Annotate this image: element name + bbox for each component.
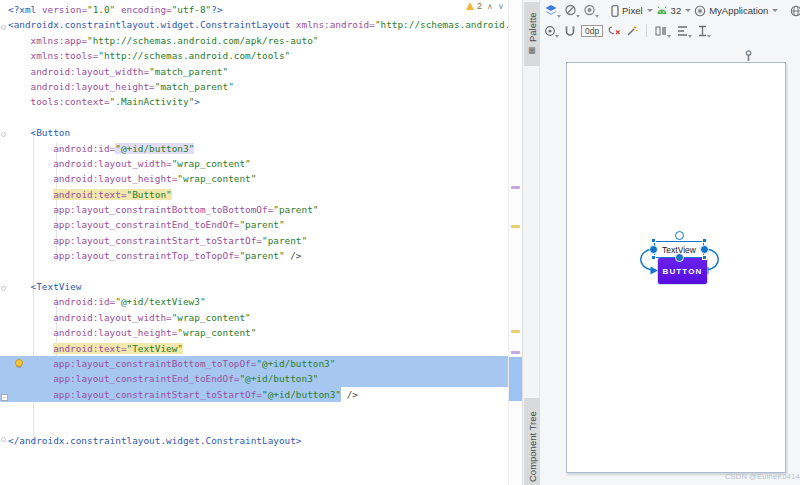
chevron-down-icon — [647, 9, 653, 12]
code-line[interactable]: <androidx.constraintlayout.widget.Constr… — [0, 17, 508, 32]
code-line[interactable]: android:id="@+id/textView3" — [0, 294, 508, 309]
code-token: android:layout_height= — [53, 327, 177, 338]
code-line[interactable]: android:text="Button" — [0, 187, 508, 202]
code-line[interactable]: android:layout_height="wrap_content" — [0, 171, 508, 186]
warning-count: 2 — [477, 1, 482, 11]
code-line[interactable]: android:layout_width="wrap_content" — [0, 310, 508, 325]
align-icon[interactable] — [676, 25, 692, 37]
code-token — [8, 250, 53, 261]
preview-button-widget[interactable]: BUTTON — [658, 258, 707, 284]
code-line[interactable]: xmlns:app="http://schemas.android.com/ap… — [0, 33, 508, 48]
code-line[interactable]: app:layout_constraintBottom_toBottomOf="… — [0, 202, 508, 217]
code-token: ?> — [211, 4, 222, 15]
infer-constraints-icon[interactable] — [626, 25, 638, 37]
design-surface-icon[interactable] — [544, 4, 561, 17]
code-token — [8, 327, 53, 338]
selection-handle[interactable] — [651, 255, 656, 260]
next-issue-icon[interactable]: ∨ — [498, 2, 504, 11]
code-line[interactable]: app:layout_constraintStart_toStartOf="@+… — [0, 387, 508, 402]
selection-handle[interactable] — [651, 238, 656, 243]
code-line[interactable]: app:layout_constraintBottom_toTopOf="@+i… — [0, 356, 508, 371]
tool-window-stripe: ▦ Palette ☰ Component Tree — [522, 0, 540, 485]
theme-selector[interactable]: MyApplication — [709, 5, 768, 16]
chevron-down-icon — [772, 9, 778, 12]
code-token: "wrap_content" — [172, 312, 251, 323]
code-token — [8, 96, 31, 107]
code-line[interactable]: android:text="TextView" — [0, 341, 508, 356]
constraint-anchor-start[interactable] — [649, 245, 658, 254]
code-token: android:layout_height= — [31, 81, 155, 92]
code-token: android:text= — [53, 189, 126, 200]
code-line[interactable]: android:layout_width="wrap_content" — [0, 156, 508, 171]
orientation-icon[interactable] — [564, 4, 580, 17]
code-line[interactable]: </androidx.constraintlayout.widget.Const… — [0, 433, 508, 448]
error-stripe-scrollbar[interactable] — [508, 0, 522, 485]
pack-icon[interactable] — [655, 25, 671, 37]
tab-component-tree[interactable]: ☰ Component Tree — [524, 398, 540, 485]
fold-marker-icon[interactable] — [1, 437, 6, 442]
stripe-mark[interactable] — [511, 351, 520, 354]
watermark-text: CSDN @EuineK0414 — [700, 472, 800, 481]
code-token — [8, 343, 53, 354]
selection-handle[interactable] — [702, 238, 707, 243]
code-line[interactable]: android:layout_height="match_parent" — [0, 79, 508, 94]
code-line[interactable]: xmlns:tools="http://schemas.android.com/… — [0, 48, 508, 63]
code-line[interactable]: android:layout_width="match_parent" — [0, 64, 508, 79]
code-line[interactable] — [0, 264, 508, 279]
code-line[interactable] — [0, 402, 508, 417]
code-token — [8, 127, 31, 138]
fold-collapse-icon[interactable]: − — [1, 394, 8, 401]
stripe-selection-block[interactable] — [509, 357, 523, 401]
code-line[interactable]: android:id="@+id/button3" — [0, 141, 508, 156]
fold-marker-icon[interactable] — [1, 132, 6, 137]
inspections-widget[interactable]: 2 ∧ ∨ — [466, 1, 508, 11]
tab-palette[interactable]: ▦ Palette — [524, 2, 540, 66]
prev-issue-icon[interactable]: ∧ — [487, 2, 493, 11]
code-line[interactable]: app:layout_constraintStart_toStartOf="pa… — [0, 233, 508, 248]
fold-marker-icon[interactable] — [1, 25, 6, 30]
code-token — [8, 204, 53, 215]
code-token — [8, 235, 53, 246]
code-token: "match_parent" — [149, 66, 228, 77]
autoconnect-magnet-icon[interactable] — [564, 25, 576, 37]
code-token — [8, 189, 53, 200]
constraint-anchor-top[interactable] — [675, 231, 684, 240]
selection-handle[interactable] — [702, 255, 707, 260]
stripe-mark[interactable] — [511, 225, 520, 228]
code-line[interactable]: app:layout_constraintTop_toTopOf="parent… — [0, 248, 508, 263]
code-token: <?xml — [8, 4, 42, 15]
code-token: xmlns:app= — [31, 35, 87, 46]
wrench-resize-icon[interactable] — [744, 50, 753, 62]
code-line[interactable]: tools:context=".MainActivity"> — [0, 94, 508, 109]
code-token — [8, 373, 53, 384]
code-token: "@+id/button3" — [262, 389, 341, 400]
code-line[interactable]: <Button — [0, 125, 508, 140]
api-level-selector[interactable]: 32 — [671, 5, 682, 16]
code-line[interactable]: <TextView — [0, 279, 508, 294]
code-token: /> — [285, 250, 302, 261]
code-line[interactable] — [0, 110, 508, 125]
clear-constraints-icon[interactable] — [608, 25, 621, 37]
view-options-icon[interactable] — [544, 25, 559, 37]
fold-marker-icon[interactable] — [1, 286, 6, 291]
default-margins-selector[interactable]: 0dp — [581, 25, 603, 37]
code-token: app:layout_constraintTop_toTopOf= — [53, 250, 239, 261]
device-selector[interactable]: Pixel — [622, 5, 643, 16]
guidelines-icon[interactable] — [697, 25, 711, 37]
code-line[interactable]: android:layout_height="wrap_content" — [0, 325, 508, 340]
code-line[interactable]: <?xml version="1.0" encoding="utf-8"?> — [0, 2, 508, 17]
code-lines[interactable]: <?xml version="1.0" encoding="utf-8"?><a… — [0, 2, 508, 448]
constraint-anchor-bottom[interactable] — [675, 253, 684, 262]
stripe-mark[interactable] — [511, 330, 520, 333]
constraint-anchor-end[interactable] — [700, 245, 709, 254]
xml-code-editor[interactable]: <?xml version="1.0" encoding="utf-8"?><a… — [0, 0, 508, 485]
system-ui-mode-icon[interactable] — [583, 4, 599, 17]
code-token — [8, 158, 53, 169]
code-token: "http://schemas.android.com/apk/res-auto… — [87, 35, 318, 46]
code-line[interactable]: app:layout_constraintEnd_toEndOf="parent… — [0, 217, 508, 232]
code-line[interactable] — [0, 418, 508, 433]
stripe-mark[interactable] — [511, 186, 520, 189]
code-token: "Button" — [127, 189, 172, 200]
code-token: android:layout_width= — [53, 158, 172, 169]
code-line[interactable]: app:layout_constraintEnd_toEndOf="@+id/b… — [0, 371, 508, 386]
